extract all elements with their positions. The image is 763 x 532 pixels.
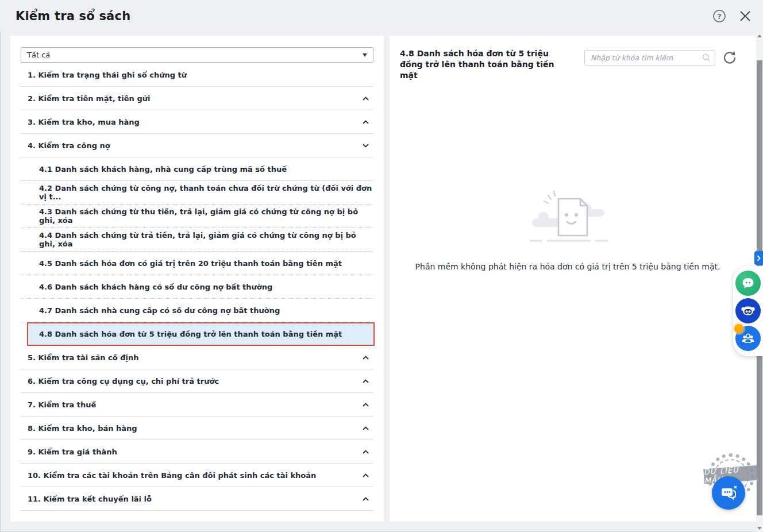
triangle-up-icon — [757, 34, 762, 37]
chevron-up-icon — [363, 497, 369, 501]
category-filter-dropdown[interactable]: Tất cả — [21, 47, 373, 63]
list-item-7[interactable]: 7. Kiểm tra thuế — [21, 393, 373, 417]
list-item-10[interactable]: 10. Kiểm tra các tài khoản trên Bảng cân… — [21, 464, 373, 487]
widget-expander-tab[interactable] — [754, 251, 763, 265]
list-item-label: 6. Kiểm tra công cụ dụng cụ, chi phí trả… — [28, 377, 219, 385]
help-icon: ? — [712, 9, 726, 23]
list-item-label: 10. Kiểm tra các tài khoản trên Bảng cân… — [28, 471, 316, 480]
filter-value: Tất cả — [27, 51, 50, 59]
close-icon — [739, 10, 752, 22]
chevron-up-icon — [363, 403, 369, 407]
check-list: 1. Kiểm tra trạng thái ghi sổ chứng từ 2… — [21, 63, 373, 511]
list-item-label: 7. Kiểm tra thuế — [28, 400, 96, 409]
window-titlebar: Kiểm tra sổ sách ? — [0, 0, 763, 32]
list-item-label: 4.8 Danh sách hóa đơn từ 5 triệu đồng tr… — [39, 330, 342, 338]
list-item-label: 2. Kiểm tra tiền mặt, tiền gửi — [28, 94, 150, 103]
svg-text:?: ? — [717, 11, 722, 20]
community-button[interactable] — [735, 326, 761, 351]
empty-state: Phần mềm không phát hiện ra hóa đơn có g… — [390, 184, 746, 271]
help-button[interactable]: ? — [712, 9, 726, 23]
list-item-4-7[interactable]: 4.7 Danh sách nhà cung cấp có số dư công… — [21, 299, 373, 322]
list-item-11[interactable]: 11. Kiểm tra kết chuyển lãi lỗ — [21, 487, 373, 511]
people-group-icon — [741, 331, 756, 346]
chevron-up-icon — [363, 97, 369, 101]
robot-face-icon — [740, 303, 756, 319]
list-item-4-6[interactable]: 4.6 Danh sách khách hàng có số dư công n… — [21, 275, 373, 299]
chevron-right-icon — [757, 255, 761, 261]
ai-assistant-button[interactable] — [735, 298, 761, 323]
chevron-up-icon — [363, 120, 369, 124]
list-item-6[interactable]: 6. Kiểm tra công cụ dụng cụ, chi phí trả… — [21, 369, 373, 393]
chevron-down-icon — [363, 144, 369, 148]
list-item-4[interactable]: 4. Kiểm tra công nợ — [21, 134, 373, 157]
list-item-9[interactable]: 9. Kiểm tra giá thành — [21, 440, 373, 464]
chat-bubble-icon — [741, 276, 756, 291]
refresh-button[interactable] — [722, 49, 738, 65]
chat-support-button[interactable] — [735, 271, 761, 296]
list-item-3[interactable]: 3. Kiểm tra kho, mua hàng — [21, 110, 373, 134]
list-item-8[interactable]: 8. Kiểm tra kho, bán hàng — [21, 417, 373, 440]
scroll-down-button[interactable] — [756, 524, 763, 532]
list-item-4-1[interactable]: 4.1 Danh sách khách hàng, nhà cung cấp t… — [21, 157, 373, 181]
chevron-up-icon — [363, 426, 369, 430]
detail-panel: 4.8 Danh sách hóa đơn từ 5 triệu đồng tr… — [390, 36, 756, 522]
chevron-up-icon — [363, 450, 369, 454]
chevron-up-icon — [363, 473, 369, 477]
scroll-up-button[interactable] — [756, 32, 763, 40]
triangle-down-icon — [757, 527, 762, 530]
empty-message: Phần mềm không phát hiện ra hóa đơn có g… — [390, 262, 746, 271]
list-item-label: 4.2 Danh sách chứng từ công nợ, thanh to… — [39, 184, 373, 201]
list-item-label: 1. Kiểm tra trạng thái ghi sổ chứng từ — [28, 71, 187, 79]
list-item-4-3[interactable]: 4.3 Danh sách chứng từ thu tiền, trả lại… — [21, 205, 373, 228]
chat-launcher-button[interactable] — [712, 476, 745, 510]
list-item-label: 5. Kiểm tra tài sản cố định — [28, 353, 139, 362]
chat-bubbles-icon — [719, 483, 738, 503]
list-item-label: 3. Kiểm tra kho, mua hàng — [28, 118, 140, 126]
chevron-up-icon — [363, 356, 369, 360]
chevron-up-icon — [363, 379, 369, 383]
list-item-label: 4.6 Danh sách khách hàng có số dư công n… — [39, 283, 272, 291]
list-item-4-4[interactable]: 4.4 Danh sách chứng từ trả tiền, trả lại… — [21, 228, 373, 252]
list-item-1[interactable]: 1. Kiểm tra trạng thái ghi sổ chứng từ — [21, 63, 373, 87]
list-item-label: 4.3 Danh sách chứng từ thu tiền, trả lại… — [39, 207, 373, 225]
list-item-label: 4.7 Danh sách nhà cung cấp có số dư công… — [39, 306, 280, 315]
list-item-4-2[interactable]: 4.2 Danh sách chứng từ công nợ, thanh to… — [21, 181, 373, 205]
list-item-label: 4.4 Danh sách chứng từ trả tiền, trả lại… — [39, 231, 373, 248]
list-item-label: 4.1 Danh sách khách hàng, nhà cung cấp t… — [39, 165, 287, 174]
list-item-4-5[interactable]: 4.5 Danh sách hóa đơn có giá trị trên 20… — [21, 252, 373, 275]
list-item-4-8-selected[interactable]: 4.8 Danh sách hóa đơn từ 5 triệu đồng tr… — [27, 322, 375, 346]
refresh-icon — [722, 50, 737, 65]
close-button[interactable] — [739, 10, 752, 22]
checklist-panel: Tất cả 1. Kiểm tra trạng thái ghi sổ chứ… — [10, 36, 384, 522]
detail-title: 4.8 Danh sách hóa đơn từ 5 triệu đồng tr… — [400, 48, 572, 81]
support-widget-panel — [733, 266, 763, 356]
dismiss-x-icon — [734, 486, 737, 488]
list-item-label: 4. Kiểm tra công nợ — [28, 141, 110, 150]
page-title: Kiểm tra sổ sách — [0, 9, 130, 23]
list-item-5[interactable]: 5. Kiểm tra tài sản cố định — [21, 346, 373, 369]
list-item-label: 11. Kiểm tra kết chuyển lãi lỗ — [28, 495, 152, 503]
search-box — [584, 50, 715, 65]
list-item-2[interactable]: 2. Kiểm tra tiền mặt, tiền gửi — [21, 87, 373, 110]
chevron-down-icon — [363, 53, 367, 57]
search-icon — [702, 53, 711, 62]
empty-document-illustration — [523, 184, 612, 244]
list-item-label: 9. Kiểm tra giá thành — [28, 448, 117, 456]
list-item-label: 8. Kiểm tra kho, bán hàng — [28, 424, 137, 433]
notification-badge — [734, 324, 743, 333]
list-item-label: 4.5 Danh sách hóa đơn có giá trị trên 20… — [39, 259, 342, 268]
search-input[interactable] — [585, 51, 702, 65]
